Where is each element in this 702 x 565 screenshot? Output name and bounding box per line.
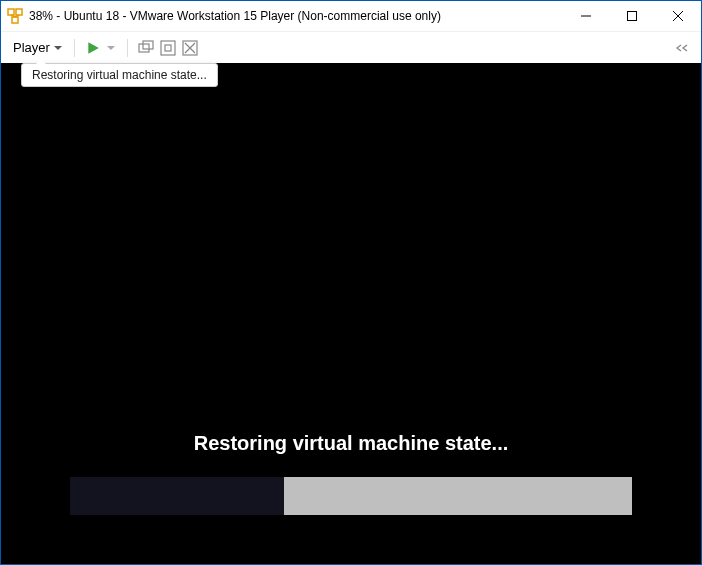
- close-button[interactable]: [655, 1, 701, 31]
- svg-rect-13: [165, 45, 171, 51]
- unity-button[interactable]: [180, 38, 200, 58]
- tooltip-text: Restoring virtual machine state...: [32, 68, 207, 82]
- player-menu[interactable]: Player: [9, 38, 66, 57]
- player-menu-label: Player: [13, 40, 50, 55]
- chevron-down-icon: [54, 46, 62, 50]
- fullscreen-button[interactable]: [158, 38, 178, 58]
- window-title: 38% - Ubuntu 18 - VMware Workstation 15 …: [29, 9, 441, 23]
- svg-rect-10: [139, 44, 149, 52]
- separator: [127, 39, 128, 57]
- collapse-toolbar-button[interactable]: [673, 38, 693, 58]
- svg-rect-11: [143, 41, 153, 49]
- titlebar: 38% - Ubuntu 18 - VMware Workstation 15 …: [1, 1, 701, 31]
- vmware-icon: [7, 8, 23, 24]
- maximize-button[interactable]: [609, 1, 655, 31]
- separator: [74, 39, 75, 57]
- vm-display: Restoring virtual machine state...: [1, 63, 701, 565]
- toolbar: Player Restoring virtual machine state..…: [1, 31, 701, 63]
- play-dropdown-icon[interactable]: [107, 46, 115, 50]
- play-button[interactable]: [83, 38, 103, 58]
- tooltip: Restoring virtual machine state...: [21, 63, 218, 87]
- svg-rect-1: [16, 9, 22, 15]
- progress-fill: [70, 477, 284, 515]
- svg-rect-2: [12, 17, 18, 23]
- minimize-button[interactable]: [563, 1, 609, 31]
- svg-rect-0: [8, 9, 14, 15]
- send-ctrl-alt-del-button[interactable]: [136, 38, 156, 58]
- svg-marker-9: [88, 42, 99, 54]
- vm-status-text: Restoring virtual machine state...: [194, 432, 509, 455]
- svg-rect-6: [628, 12, 637, 21]
- svg-rect-12: [161, 41, 175, 55]
- window-controls: [563, 1, 701, 31]
- progress-bar: [70, 477, 632, 515]
